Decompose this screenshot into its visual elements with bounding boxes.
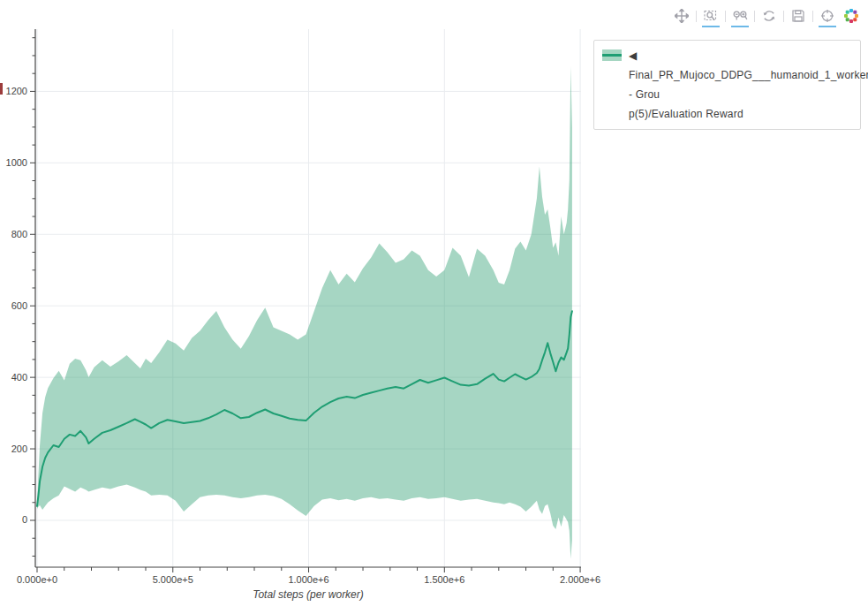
modebar-separator — [783, 11, 784, 22]
zoom-in-out-icon — [733, 9, 748, 23]
y-tick-label: 600 — [11, 300, 27, 311]
box-zoom-button[interactable] — [701, 6, 721, 26]
legend-swatch — [602, 49, 622, 61]
x-axis-title: Total steps (per worker) — [253, 588, 364, 601]
spikelines-button[interactable] — [818, 6, 837, 26]
legend[interactable]: ◀ Final_PR_Mujoco_DDPG___humanoid_1_work… — [593, 40, 861, 130]
x-tick-label: 5.000e+5 — [153, 574, 193, 585]
y-tick-label: 1200 — [6, 86, 27, 96]
y-axis-title-clipped — [0, 83, 3, 95]
modebar-separator — [754, 11, 755, 22]
legend-item-label[interactable]: ◀ Final_PR_Mujoco_DDPG___humanoid_1_work… — [629, 46, 868, 124]
evaluation-reward-chart[interactable]: 0.000e+05.000e+51.000e+61.500e+62.000e+6… — [0, 0, 618, 614]
box-zoom-icon — [704, 9, 718, 23]
reset-axes-icon — [762, 9, 776, 23]
x-tick-label: 2.000e+6 — [560, 574, 600, 585]
modebar-separator — [725, 11, 726, 22]
plotly-logo-icon — [843, 8, 859, 24]
x-tick-label: 0.000e+0 — [17, 574, 57, 585]
x-tick-label: 1.500e+6 — [424, 574, 464, 585]
y-tick-label: 800 — [11, 229, 27, 239]
y-tick-label: 200 — [11, 443, 27, 454]
y-tick-label: 400 — [11, 372, 27, 383]
save-button[interactable] — [789, 6, 808, 26]
legend-swatch-line-icon — [602, 54, 622, 57]
reset-axes-button[interactable] — [759, 6, 779, 26]
modebar-separator — [696, 11, 697, 22]
zoom-in-out-button[interactable] — [730, 6, 750, 26]
legend-label-line-2: p(5)/Evaluation Reward — [629, 104, 868, 124]
spikelines-icon — [820, 9, 834, 23]
pan-icon — [675, 9, 689, 23]
app-window: 0.000e+05.000e+51.000e+61.500e+62.000e+6… — [0, 0, 868, 614]
x-tick-label: 1.000e+6 — [288, 574, 328, 585]
plotly-modebar — [672, 6, 861, 26]
y-tick-label: 1000 — [6, 157, 27, 168]
y-tick-label: 0 — [22, 514, 27, 525]
modebar-separator — [812, 11, 813, 22]
save-icon — [791, 9, 805, 23]
pan-button[interactable] — [672, 6, 691, 26]
legend-label-line-1: ◀ Final_PR_Mujoco_DDPG___humanoid_1_work… — [629, 46, 868, 104]
plotly-logo-button[interactable] — [842, 6, 861, 26]
confidence-band — [37, 66, 572, 559]
